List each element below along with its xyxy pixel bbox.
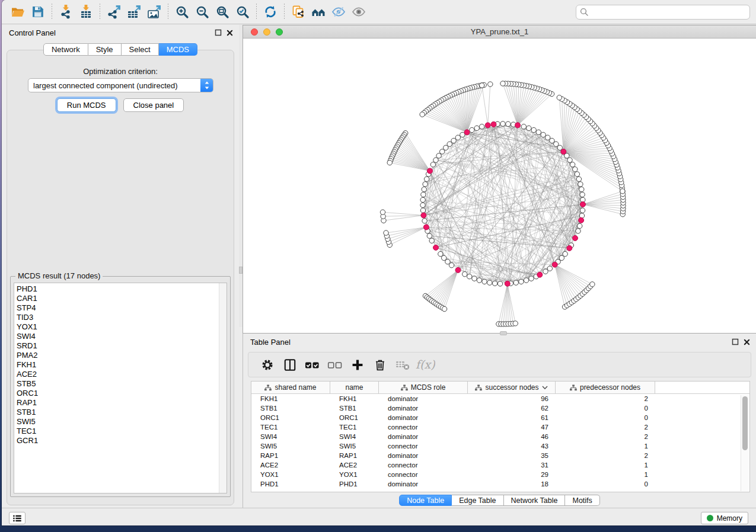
mcds-result-item[interactable]: GCR1	[14, 436, 218, 446]
create-column-button[interactable]	[348, 355, 367, 374]
mcds-result-item[interactable]: TEC1	[14, 427, 218, 436]
ring-node[interactable]	[578, 182, 583, 187]
tab-edge-table[interactable]: Edge Table	[452, 495, 503, 506]
table-row[interactable]: YOX1YOX1connector291	[251, 470, 749, 479]
first-neighbors-button[interactable]	[308, 2, 328, 22]
mcds-hub-node[interactable]	[421, 213, 426, 218]
ring-node[interactable]	[422, 187, 426, 191]
close-panel-button[interactable]: Close panel	[123, 98, 184, 112]
leaf-node[interactable]	[387, 160, 392, 165]
mcds-hub-node[interactable]	[537, 272, 543, 277]
ring-node[interactable]	[487, 280, 492, 285]
zoom-in-button[interactable]	[172, 2, 192, 22]
ring-node[interactable]	[580, 208, 585, 213]
save-session-button[interactable]	[28, 2, 48, 22]
ring-node[interactable]	[462, 272, 467, 277]
mcds-hub-node[interactable]	[427, 168, 432, 174]
mcds-hub-node[interactable]	[572, 235, 578, 241]
float-panel-icon[interactable]	[732, 338, 739, 345]
network-window-titlebar[interactable]: YPA_prune.txt_1	[243, 25, 756, 39]
close-panel-icon[interactable]	[744, 339, 750, 345]
mcds-list-scrollbar[interactable]	[219, 283, 227, 493]
column-header-MCDS-role[interactable]: MCDS role	[379, 382, 468, 393]
ring-node[interactable]	[440, 149, 445, 154]
close-panel-icon[interactable]	[227, 30, 233, 36]
ring-node[interactable]	[506, 121, 511, 126]
mcds-hub-node[interactable]	[455, 267, 461, 273]
mcds-result-item[interactable]: STP4	[14, 303, 218, 313]
ring-node[interactable]	[521, 124, 526, 129]
tab-motifs[interactable]: Motifs	[565, 495, 599, 506]
search-input[interactable]	[576, 5, 750, 20]
leaf-node[interactable]	[384, 230, 388, 235]
ring-node[interactable]	[543, 269, 548, 274]
ring-node[interactable]	[470, 127, 474, 132]
table-scrollbar[interactable]	[741, 395, 749, 491]
leaf-node[interactable]	[513, 321, 518, 326]
mcds-hub-node[interactable]	[423, 225, 429, 230]
ring-node[interactable]	[449, 263, 454, 268]
ring-node[interactable]	[576, 177, 581, 181]
mcds-hub-node[interactable]	[567, 245, 572, 251]
column-header-name[interactable]: name	[330, 382, 379, 393]
leaf-node[interactable]	[380, 210, 385, 214]
table-row[interactable]: ORC1ORC1dominator610	[251, 413, 749, 422]
export-table-button[interactable]	[124, 2, 144, 22]
leaf-node[interactable]	[420, 112, 425, 117]
ring-node[interactable]	[429, 238, 434, 243]
maximize-window-icon[interactable]	[276, 28, 283, 36]
leaf-node[interactable]	[590, 282, 595, 287]
column-header-successor-nodes[interactable]: successor nodes	[468, 382, 556, 393]
ring-node[interactable]	[474, 126, 479, 130]
tab-select[interactable]: Select	[122, 43, 159, 56]
table-row[interactable]: STB1STB1dominator620	[251, 403, 749, 413]
ring-node[interactable]	[576, 229, 580, 233]
ring-node[interactable]	[455, 135, 460, 140]
ring-node[interactable]	[420, 197, 425, 202]
run-mcds-button[interactable]: Run MCDS	[57, 98, 116, 112]
ring-node[interactable]	[444, 145, 448, 150]
import-network-button[interactable]	[56, 2, 76, 22]
ring-node[interactable]	[420, 208, 425, 213]
mcds-hub-node[interactable]	[433, 245, 439, 250]
ring-node[interactable]	[527, 126, 531, 130]
table-scrollbar-thumb[interactable]	[742, 396, 748, 450]
ring-node[interactable]	[575, 172, 579, 177]
mcds-result-item[interactable]: SWI5	[14, 417, 218, 427]
ring-node[interactable]	[423, 182, 428, 187]
ring-node[interactable]	[541, 132, 546, 137]
mcds-hub-node[interactable]	[561, 149, 566, 154]
table-row[interactable]: ACE2ACE2connector311	[251, 460, 749, 470]
ring-node[interactable]	[421, 192, 426, 197]
select-all-button[interactable]	[303, 355, 322, 374]
delete-column-button[interactable]	[371, 355, 390, 374]
tab-network[interactable]: Network	[43, 43, 88, 56]
ring-node[interactable]	[573, 167, 578, 172]
float-panel-icon[interactable]	[215, 29, 222, 36]
mcds-hub-node[interactable]	[580, 201, 585, 207]
leaf-node[interactable]	[500, 81, 505, 86]
column-header-shared-name[interactable]: shared name	[251, 382, 330, 393]
table-settings-button[interactable]	[258, 355, 277, 374]
mcds-result-item[interactable]: RAP1	[14, 398, 218, 408]
optimization-criterion-select[interactable]: largest connected component (undirected)	[28, 78, 213, 92]
mcds-hub-node[interactable]	[579, 217, 584, 223]
zoom-fit-button[interactable]	[212, 2, 232, 22]
column-header-predecessor-nodes[interactable]: predecessor nodes	[556, 382, 655, 393]
close-window-icon[interactable]	[251, 28, 258, 36]
table-row[interactable]: RAP1RAP1dominator352	[251, 451, 749, 460]
ring-node[interactable]	[524, 278, 528, 283]
mcds-result-item[interactable]: YOX1	[14, 322, 218, 332]
refresh-button[interactable]	[260, 2, 280, 22]
ring-node[interactable]	[545, 135, 550, 140]
ring-node[interactable]	[563, 251, 567, 256]
ring-node[interactable]	[513, 280, 518, 285]
ring-node[interactable]	[536, 130, 541, 134]
mcds-hub-node[interactable]	[552, 262, 557, 267]
ring-node[interactable]	[438, 251, 443, 256]
leaf-node[interactable]	[480, 83, 484, 88]
network-graph[interactable]	[243, 39, 756, 333]
task-history-button[interactable]	[9, 512, 25, 524]
table-row[interactable]: PHD1PHD1dominator180	[251, 479, 749, 489]
mcds-result-item[interactable]: ACE2	[14, 370, 218, 379]
